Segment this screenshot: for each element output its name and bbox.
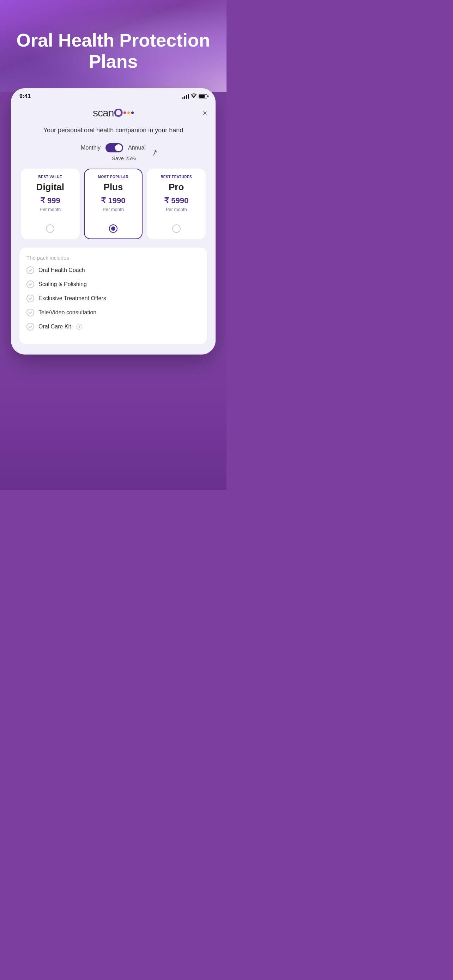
feature-check-4	[27, 323, 34, 331]
feature-check-3	[27, 309, 34, 317]
feature-item-4: Oral Care Kit i	[27, 323, 200, 331]
logo-dot-3	[131, 111, 134, 114]
plan-price-pro: ₹ 5990	[164, 196, 188, 205]
check-icon-0	[28, 268, 32, 272]
plan-badge-pro: BEST FEATURES	[161, 175, 192, 179]
feature-item-1: Scaling & Polishing	[27, 280, 200, 288]
plan-period-plus: Per month	[103, 207, 124, 212]
plan-badge-plus: MOST POPULAR	[98, 175, 129, 179]
feature-check-0	[27, 266, 34, 274]
check-icon-3	[28, 310, 32, 315]
feature-text-4: Oral Care Kit	[38, 323, 71, 330]
plan-badge-digital: BEST VALUE	[38, 175, 62, 179]
plan-card-pro[interactable]: BEST FEATURES Pro ₹ 5990 Per month	[147, 169, 206, 239]
features-title: The pack includes	[27, 255, 200, 261]
phone-modal: 9:41 × scan O	[11, 88, 216, 355]
status-bar: 9:41	[11, 88, 216, 102]
plan-radio-digital[interactable]	[46, 224, 54, 233]
feature-item-3: Tele/Video consultation	[27, 309, 200, 317]
feature-item-0: Oral Health Coach	[27, 266, 200, 274]
battery-icon	[199, 94, 207, 99]
check-icon-4	[28, 325, 32, 329]
hero-title: Oral Health Protection Plans	[14, 30, 212, 72]
modal-content: × scan O Your personal oral health compa…	[11, 102, 216, 355]
features-card: The pack includes Oral Health Coach Scal…	[19, 248, 207, 344]
wifi-icon	[191, 94, 197, 99]
status-icons	[183, 94, 207, 99]
feature-text-1: Scaling & Polishing	[38, 281, 87, 288]
feature-item-2: Exclusive Treatment Offers	[27, 294, 200, 302]
check-icon-2	[28, 296, 32, 301]
info-icon-4[interactable]: i	[76, 324, 82, 329]
logo-o-text: O	[114, 106, 122, 119]
logo-dot-1	[124, 111, 126, 114]
plan-name-plus: Plus	[104, 182, 123, 192]
feature-check-2	[27, 294, 34, 302]
plan-price-digital: ₹ 999	[40, 196, 60, 205]
logo: scan O	[93, 106, 134, 119]
signal-icon	[183, 94, 189, 99]
logo-scan-text: scan	[93, 107, 114, 119]
tagline: Your personal oral health companion in y…	[19, 126, 207, 135]
monthly-label: Monthly	[81, 145, 100, 151]
status-time: 9:41	[19, 93, 31, 99]
billing-toggle[interactable]	[105, 143, 123, 153]
plan-card-plus[interactable]: MOST POPULAR Plus ₹ 1990 Per month	[84, 169, 143, 239]
feature-text-2: Exclusive Treatment Offers	[38, 295, 106, 302]
plan-name-digital: Digital	[37, 182, 64, 192]
plan-period-pro: Per month	[166, 207, 187, 212]
billing-toggle-container: Monthly Annual	[19, 143, 207, 153]
plans-container: BEST VALUE Digital ₹ 999 Per month MOST …	[19, 169, 207, 239]
close-button[interactable]: ×	[202, 109, 207, 118]
radio-inner-plus	[111, 226, 115, 231]
hero-section: Oral Health Protection Plans	[0, 0, 227, 92]
check-icon-1	[28, 282, 32, 286]
plan-radio-pro[interactable]	[172, 224, 181, 233]
plan-radio-plus[interactable]	[109, 224, 118, 233]
logo-container: scan O	[19, 106, 207, 119]
annual-label: Annual	[128, 145, 146, 151]
plan-name-pro: Pro	[168, 182, 184, 192]
plan-period-digital: Per month	[40, 207, 61, 212]
plan-price-plus: ₹ 1990	[101, 196, 125, 205]
feature-text-0: Oral Health Coach	[38, 267, 85, 274]
bottom-background	[0, 355, 227, 490]
plan-card-digital[interactable]: BEST VALUE Digital ₹ 999 Per month	[21, 169, 80, 239]
save-hint-text: Save 25%	[112, 155, 136, 161]
feature-check-1	[27, 280, 34, 288]
save-hint-container: ↗ Save 25%	[19, 155, 207, 162]
logo-dots	[124, 111, 134, 114]
toggle-thumb	[115, 144, 122, 151]
feature-text-3: Tele/Video consultation	[38, 309, 96, 316]
logo-dot-2	[127, 111, 130, 114]
